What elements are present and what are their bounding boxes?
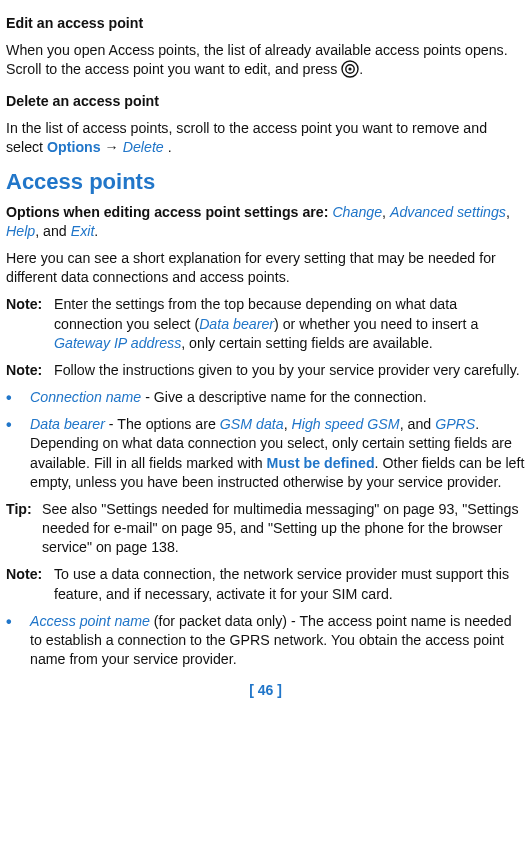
setting-connection-name: Connection name <box>30 389 141 405</box>
tip-body: See also "Settings needed for multimedia… <box>42 500 525 558</box>
note-body: Enter the settings from the top because … <box>54 295 525 353</box>
arrow-icon: → <box>105 139 119 155</box>
list-item-body: Access point name (for packet data only)… <box>30 612 525 670</box>
note-block: Note: Follow the instructions given to y… <box>6 361 525 380</box>
opt-change: Change <box>332 204 382 220</box>
text: - The options are <box>105 416 220 432</box>
tip-label: Tip: <box>6 500 42 558</box>
text: , and <box>35 223 71 239</box>
list-item: • Data bearer - The options are GSM data… <box>6 415 525 492</box>
opt-gprs: GPRS <box>435 416 475 432</box>
text: , and <box>400 416 436 432</box>
list-item: • Access point name (for packet data onl… <box>6 612 525 670</box>
must-be-defined: Must be defined <box>267 455 375 471</box>
note-body: Follow the instructions given to you by … <box>54 361 525 380</box>
text: , <box>506 204 510 220</box>
text: , <box>382 204 390 220</box>
opt-gsm-data: GSM data <box>220 416 284 432</box>
page-number: [ 46 ] <box>6 681 525 710</box>
text-bold: Options when editing access point settin… <box>6 204 332 220</box>
para-options-list: Options when editing access point settin… <box>6 203 525 241</box>
text: - Give a descriptive name for the connec… <box>141 389 426 405</box>
bullet-icon: • <box>6 612 30 670</box>
text: . <box>94 223 98 239</box>
note-label: Note: <box>6 565 54 603</box>
term-data-bearer: Data bearer <box>199 316 274 332</box>
heading-access-points: Access points <box>6 167 525 197</box>
text: . <box>359 61 363 77</box>
list-item: • Connection name - Give a descriptive n… <box>6 388 525 407</box>
setting-access-point-name: Access point name <box>30 613 150 629</box>
tip-block: Tip: See also "Settings needed for multi… <box>6 500 525 558</box>
text: . <box>168 139 172 155</box>
note-body: To use a data connection, the network se… <box>54 565 525 603</box>
setting-data-bearer: Data bearer <box>30 416 105 432</box>
bullet-icon: • <box>6 388 30 407</box>
opt-advanced: Advanced settings <box>390 204 506 220</box>
text: , <box>284 416 292 432</box>
list-item-body: Connection name - Give a descriptive nam… <box>30 388 525 407</box>
opt-help: Help <box>6 223 35 239</box>
bullet-icon: • <box>6 415 30 492</box>
softkey-options: Options <box>47 139 101 155</box>
list-item-body: Data bearer - The options are GSM data, … <box>30 415 525 492</box>
document-page: Edit an access point When you open Acces… <box>0 0 531 841</box>
para-delete-ap: In the list of access points, scroll to … <box>6 119 525 157</box>
text: When you open Access points, the list of… <box>6 42 508 77</box>
heading-edit-ap: Edit an access point <box>6 14 525 33</box>
menu-item-delete: Delete <box>123 139 164 155</box>
note-label: Note: <box>6 361 54 380</box>
note-block: Note: To use a data connection, the netw… <box>6 565 525 603</box>
heading-delete-ap: Delete an access point <box>6 92 525 111</box>
select-key-icon <box>341 60 359 83</box>
svg-point-2 <box>349 68 352 71</box>
note-label: Note: <box>6 295 54 353</box>
para-edit-ap: When you open Access points, the list of… <box>6 41 525 83</box>
text: ) or whether you need to insert a <box>274 316 478 332</box>
opt-high-speed-gsm: High speed GSM <box>292 416 400 432</box>
opt-exit: Exit <box>71 223 95 239</box>
term-gateway-ip: Gateway IP address <box>54 335 181 351</box>
note-block: Note: Enter the settings from the top be… <box>6 295 525 353</box>
text: , only certain setting fields are availa… <box>181 335 433 351</box>
para-explain: Here you can see a short explanation for… <box>6 249 525 287</box>
